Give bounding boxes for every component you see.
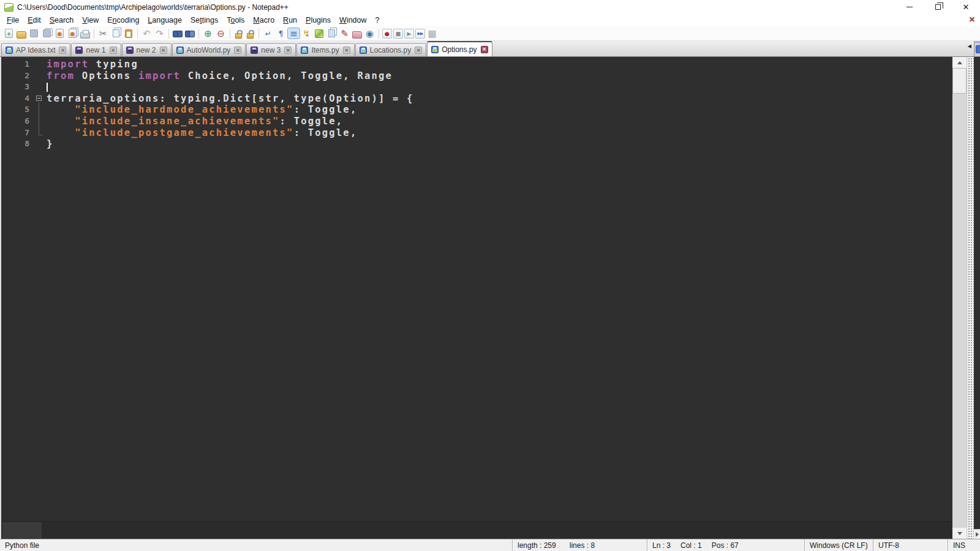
minimize-button[interactable]	[895, 0, 924, 14]
document-list-icon[interactable]	[328, 29, 335, 37]
maximize-button[interactable]	[924, 0, 952, 14]
monitoring-eye-icon[interactable]: ◉	[364, 28, 375, 39]
menu-encoding[interactable]: Encoding	[103, 15, 143, 26]
document-map-icon[interactable]	[315, 29, 323, 38]
macro-stop-icon[interactable]: ■	[393, 29, 403, 39]
menu-settings[interactable]: Settings	[186, 15, 222, 26]
tab-close-icon[interactable]: ✕	[343, 47, 350, 54]
menu-view[interactable]: View	[78, 15, 103, 26]
tab-new-2[interactable]: new 2✕	[122, 43, 172, 56]
code-line: 8}	[1, 138, 952, 150]
tab-ap-ideas-txt[interactable]: AP Ideas.txt✕	[1, 43, 70, 56]
show-all-characters-icon[interactable]: ¶	[275, 28, 287, 39]
tab-options-py[interactable]: Options.py✕	[427, 41, 492, 56]
tab-items-py[interactable]: Items.py✕	[296, 43, 354, 56]
status-lines: lines : 8	[570, 541, 595, 550]
copy-icon[interactable]	[113, 29, 119, 37]
define-language-icon[interactable]: ✎	[339, 28, 350, 39]
scroll-up-button[interactable]	[952, 57, 967, 68]
tab-close-icon[interactable]: ✕	[415, 47, 422, 54]
scroll-down-button[interactable]	[952, 528, 967, 539]
macro-save-icon[interactable]: ▦	[426, 28, 438, 39]
menu-tools[interactable]: Tools	[222, 15, 249, 26]
close-document-x-icon[interactable]: ✕	[969, 15, 975, 24]
vertical-scrollbar-track[interactable]	[952, 68, 967, 528]
saved-floppy-icon	[6, 47, 13, 54]
notepadpp-app-icon	[4, 3, 13, 12]
menu-file[interactable]: File	[2, 15, 23, 26]
zoom-out-icon[interactable]: ⊖	[215, 28, 227, 39]
code-text: "include_insane_achievements": Toggle,	[47, 116, 343, 127]
menu-window[interactable]: Window	[335, 15, 371, 26]
status-eol-format[interactable]: Windows (CR LF)	[804, 539, 873, 551]
code-text	[47, 81, 48, 93]
saved-floppy-icon	[301, 47, 308, 54]
tab-new-1[interactable]: new 1✕	[71, 43, 121, 56]
menu-macro[interactable]: Macro	[249, 15, 279, 26]
menu-run[interactable]: Run	[279, 15, 301, 26]
tab-close-icon[interactable]: ✕	[160, 47, 167, 54]
menu-plugins[interactable]: Plugins	[301, 15, 335, 26]
show-indent-guide-icon[interactable]: ≡	[288, 28, 300, 39]
word-wrap-icon[interactable]: ↵	[262, 28, 274, 39]
code-text: "include_hardmode_achievements": Toggle,	[47, 104, 357, 116]
line-number: 5	[1, 104, 36, 116]
menu-search[interactable]: Search	[45, 15, 78, 26]
tab-close-icon[interactable]: ✕	[234, 47, 241, 54]
menu-language[interactable]: Language	[143, 15, 186, 26]
line-number: 3	[1, 81, 36, 93]
menu-edit[interactable]: Edit	[23, 15, 45, 26]
function-list-icon[interactable]: ↯	[301, 28, 312, 39]
code-editor[interactable]: 1import typing2from Options import Choic…	[1, 57, 952, 521]
tab-close-icon[interactable]: ✕	[59, 47, 66, 54]
macro-record-icon[interactable]: ●	[382, 29, 392, 39]
replace-icon[interactable]	[184, 30, 195, 37]
vertical-scrollbar-thumb[interactable]	[952, 68, 967, 94]
fold-margin	[36, 104, 47, 116]
menu-?[interactable]: ?	[371, 15, 384, 26]
second-view-scroll-corner[interactable]	[974, 529, 980, 539]
undo-icon[interactable]: ↶	[141, 28, 153, 39]
close-window-button[interactable]: ✕	[952, 0, 980, 14]
fold-collapse-box[interactable]	[36, 93, 47, 105]
fold-margin	[36, 81, 47, 93]
tab-autoworld-py[interactable]: AutoWorld.py✕	[172, 43, 246, 56]
zoom-in-icon[interactable]: ⊕	[202, 28, 214, 39]
close-file-icon[interactable]: ●	[56, 29, 64, 38]
sync-vertical-scroll-icon[interactable]	[235, 33, 242, 39]
print-icon[interactable]	[80, 32, 90, 39]
line-number: 7	[1, 127, 36, 139]
find-icon[interactable]	[172, 30, 183, 37]
save-icon[interactable]	[30, 29, 38, 37]
status-encoding[interactable]: UTF-8	[873, 539, 948, 551]
sync-horizontal-scroll-icon[interactable]	[247, 33, 254, 39]
macro-run-multiple-icon[interactable]: ▶▶	[415, 29, 425, 39]
second-view-tab-sliver[interactable]	[974, 41, 980, 56]
tab-scroll-left-icon[interactable]: ◀	[968, 43, 971, 49]
tab-close-icon[interactable]: ✕	[481, 46, 488, 53]
cut-icon[interactable]: ✂	[97, 28, 109, 39]
paste-icon[interactable]	[125, 29, 132, 38]
close-all-files-icon[interactable]: ●	[69, 29, 77, 38]
arrow-up-icon	[957, 61, 962, 64]
vertical-scrollbar[interactable]	[952, 57, 967, 539]
view-splitter-grip[interactable]	[967, 57, 974, 539]
redo-icon[interactable]: ↷	[154, 28, 165, 39]
horizontal-scrollbar[interactable]	[1, 521, 952, 539]
folder-as-workspace-icon[interactable]	[352, 31, 362, 39]
tab-locations-py[interactable]: Locations.py✕	[355, 43, 426, 56]
tab-close-icon[interactable]: ✕	[284, 47, 292, 54]
open-folder-icon[interactable]	[17, 31, 26, 39]
horizontal-scrollbar-thumb[interactable]	[2, 522, 42, 538]
code-text: import typing	[47, 59, 138, 70]
new-file-icon[interactable]: +	[5, 29, 13, 38]
save-all-icon[interactable]	[43, 29, 51, 37]
minimize-icon	[907, 7, 913, 7]
macro-play-icon[interactable]: ▶	[404, 29, 414, 39]
toolbar-separator	[258, 29, 259, 39]
status-insert-mode[interactable]: INS	[948, 539, 980, 551]
status-col: Col : 1	[680, 541, 702, 550]
tab-close-icon[interactable]: ✕	[110, 47, 117, 54]
code-text: terraria_options: typing.Dict[str, type(…	[47, 93, 414, 105]
tab-new-3[interactable]: new 3✕	[246, 43, 296, 56]
